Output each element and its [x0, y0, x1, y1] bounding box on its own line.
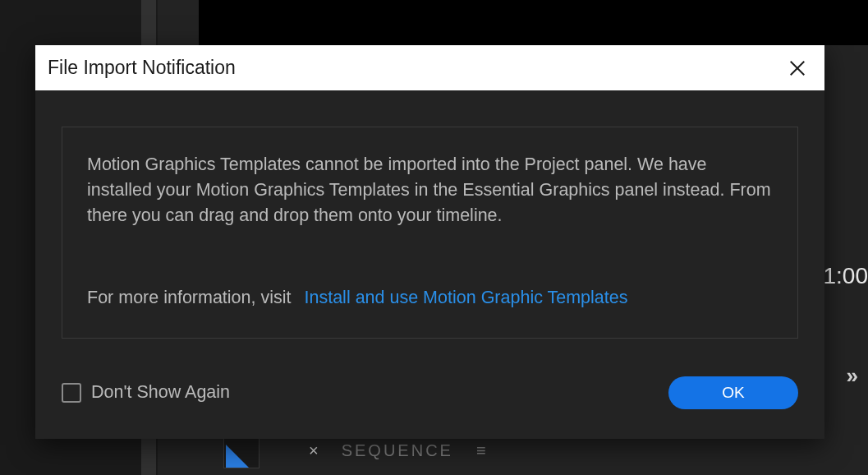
ok-button[interactable]: OK: [668, 376, 798, 409]
timecode-label: 1:00: [824, 263, 869, 289]
dont-show-again-checkbox[interactable]: [62, 383, 81, 403]
close-tab-icon[interactable]: ×: [309, 441, 319, 460]
dialog-body: Motion Graphics Templates cannot be impo…: [35, 90, 824, 362]
file-import-notification-dialog: File Import Notification Motion Graphics…: [35, 45, 824, 439]
info-prefix: For more information, visit: [87, 288, 292, 307]
viewer-area: [199, 0, 868, 45]
message-text: Motion Graphics Templates cannot be impo…: [87, 152, 773, 229]
dont-show-again-label: Don't Show Again: [91, 382, 230, 403]
message-info-row: For more information, visit Install and …: [87, 285, 773, 310]
close-button[interactable]: [787, 58, 808, 79]
tab-menu-icon[interactable]: ≡: [476, 441, 486, 460]
dialog-title: File Import Notification: [48, 57, 236, 79]
message-box: Motion Graphics Templates cannot be impo…: [62, 127, 798, 339]
dont-show-again-row[interactable]: Don't Show Again: [62, 382, 230, 403]
sequence-tab-label[interactable]: SEQUENCE: [342, 441, 453, 460]
close-icon: [788, 59, 806, 77]
fast-forward-icon[interactable]: »: [847, 363, 853, 389]
dialog-footer: Don't Show Again OK: [35, 376, 824, 439]
play-indicator-icon: [226, 445, 249, 468]
dialog-header: File Import Notification: [35, 45, 824, 90]
help-link[interactable]: Install and use Motion Graphic Templates: [305, 288, 628, 307]
